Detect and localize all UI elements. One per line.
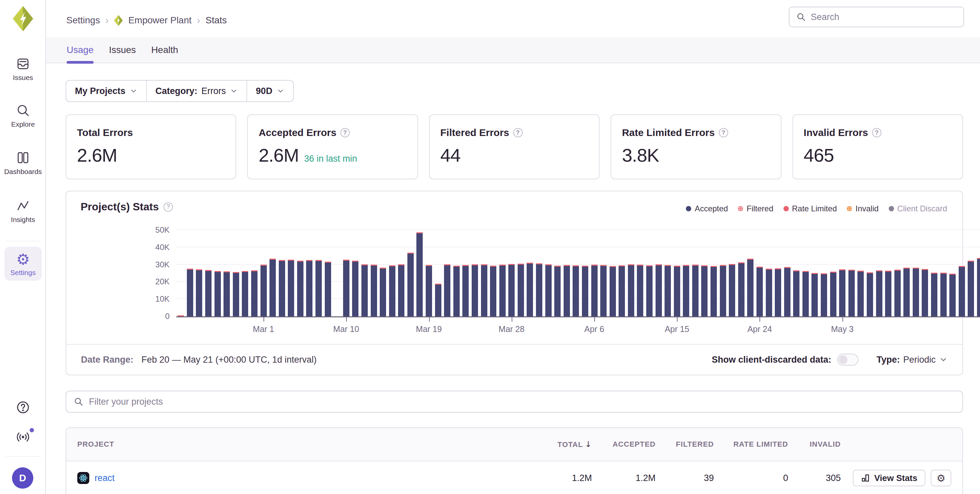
project-stats-panel: Project(s) Stats ? AcceptedFilteredRate … (65, 191, 963, 375)
sidebar-divider (6, 456, 40, 457)
chart-bar (894, 270, 901, 316)
bar-segment-accepted (591, 266, 598, 316)
stat-card-subvalue: 36 in last min (304, 154, 357, 164)
tab-issues[interactable]: Issues (109, 37, 136, 63)
bar-segment-accepted (683, 266, 689, 316)
help-icon[interactable]: ? (719, 128, 728, 137)
bar-segment-accepted (637, 266, 643, 316)
chart-bar (398, 265, 404, 316)
bar-segment-accepted (380, 269, 386, 316)
whats-new-button[interactable] (0, 429, 46, 445)
bar-segment-accepted (940, 274, 947, 316)
table-row: react1.2M1.2M390305View Stats⚙ (66, 461, 963, 494)
help-icon[interactable]: ? (164, 202, 173, 212)
sidebar-divider (6, 241, 40, 241)
help-icon[interactable]: ? (513, 128, 523, 137)
org-logo[interactable] (13, 6, 33, 31)
y-axis-label: 20K (133, 277, 170, 286)
sidebar-item-dashboards[interactable]: Dashboards (0, 150, 46, 176)
filter-segment-2[interactable]: 90D (247, 81, 293, 101)
sidebar-item-insights[interactable]: Insights (0, 198, 46, 224)
breadcrumb-item-settings[interactable]: Settings (66, 15, 100, 25)
column-header-project[interactable]: PROJECT (77, 440, 525, 449)
project-settings-button[interactable]: ⚙ (931, 470, 951, 486)
sidebar-item-explore[interactable]: Explore (0, 103, 46, 128)
table-cell-accepted: 1.2M (592, 473, 655, 483)
breadcrumb-chevron-icon: › (197, 15, 200, 26)
sidebar-item-settings[interactable]: ⚙ Settings (4, 247, 41, 280)
chart-bar (711, 266, 717, 316)
stat-card-title: Filtered Errors (441, 127, 509, 138)
column-header-total[interactable]: TOTAL↓ (525, 440, 592, 449)
bar-segment-accepted (398, 265, 404, 316)
project-cell: react (77, 472, 525, 484)
tab-usage[interactable]: Usage (67, 37, 94, 63)
filter-segment-1[interactable]: Category:Errors (146, 81, 247, 101)
chart-bar (251, 270, 258, 316)
legend-swatch-accepted (686, 206, 691, 211)
gridline (176, 247, 980, 247)
date-range-value: Feb 20 — May 21 (+00:00 UTC, 1d interval… (142, 355, 317, 365)
chart-bar (802, 271, 809, 316)
sidebar-item-label: Dashboards (4, 168, 41, 176)
settings-gear-icon: ⚙ (16, 251, 30, 267)
chart-bar (876, 270, 882, 316)
project-link[interactable]: react (95, 473, 115, 483)
column-header-invalid[interactable]: INVALID (788, 440, 841, 449)
chart-bar (646, 265, 652, 316)
bar-segment-accepted (564, 266, 570, 316)
chart-bar (747, 259, 754, 316)
stat-card-title: Invalid Errors (804, 127, 868, 138)
legend-item-filtered[interactable]: Filtered (738, 204, 773, 214)
view-stats-button[interactable]: View Stats (853, 470, 925, 486)
client-discard-toggle[interactable] (837, 354, 858, 366)
type-dropdown[interactable]: Type: Periodic (877, 355, 948, 365)
chart-bar (968, 261, 974, 316)
gear-icon: ⚙ (937, 472, 946, 484)
column-header-filtered[interactable]: FILTERED (655, 440, 714, 449)
filter-segment-0[interactable]: My Projects (66, 81, 146, 101)
chart-bar (949, 274, 956, 316)
react-platform-icon (77, 472, 89, 484)
global-search[interactable] (789, 7, 964, 27)
sidebar-item-issues[interactable]: Issues (0, 56, 46, 82)
breadcrumb-item-empower-plant[interactable]: Empower Plant (128, 15, 191, 25)
bar-segment-accepted (269, 260, 276, 316)
bar-segment-accepted (738, 263, 745, 316)
legend-item-client[interactable]: Client Discard (889, 204, 947, 214)
chart-bar (619, 265, 625, 316)
legend-item-accepted[interactable]: Accepted (686, 204, 728, 214)
column-header-rate-limited[interactable]: RATE LIMITED (714, 440, 788, 449)
chart-bar (490, 266, 496, 316)
project-filter-input[interactable] (89, 397, 955, 407)
help-button[interactable] (0, 399, 46, 415)
help-icon (15, 399, 31, 415)
column-header-accepted[interactable]: ACCEPTED (592, 440, 655, 449)
bar-segment-accepted (646, 266, 652, 316)
bar-segment-accepted (655, 265, 662, 316)
legend-item-invalid[interactable]: Invalid (847, 204, 878, 214)
bar-segment-accepted (288, 261, 294, 316)
user-avatar[interactable]: D (12, 467, 33, 489)
chart-bar (848, 270, 855, 316)
filter-segment-label: My Projects (75, 86, 126, 96)
bar-segment-accepted (858, 272, 864, 316)
chart-bar (426, 265, 432, 316)
stat-card-rate-limited-errors: Rate Limited Errors?3.8K (611, 114, 781, 179)
bar-segment-accepted (407, 254, 414, 316)
breadcrumb: Settings›Empower Plant›Stats (66, 15, 227, 26)
bar-segment-accepted (444, 265, 450, 316)
legend-swatch-invalid (847, 206, 852, 211)
bar-segment-accepted (959, 267, 965, 316)
help-icon[interactable]: ? (872, 128, 881, 137)
legend-item-rate[interactable]: Rate Limited (783, 204, 837, 214)
project-filter[interactable] (65, 390, 963, 413)
search-input[interactable] (811, 12, 957, 22)
tab-health[interactable]: Health (151, 37, 178, 63)
x-axis-label: Mar 19 (416, 324, 442, 334)
help-icon[interactable]: ? (340, 128, 350, 137)
table-cell-total: 1.2M (525, 473, 592, 483)
chart-bar (858, 271, 864, 316)
legend-swatch-filtered (738, 206, 743, 211)
x-axis-tick (594, 317, 595, 322)
